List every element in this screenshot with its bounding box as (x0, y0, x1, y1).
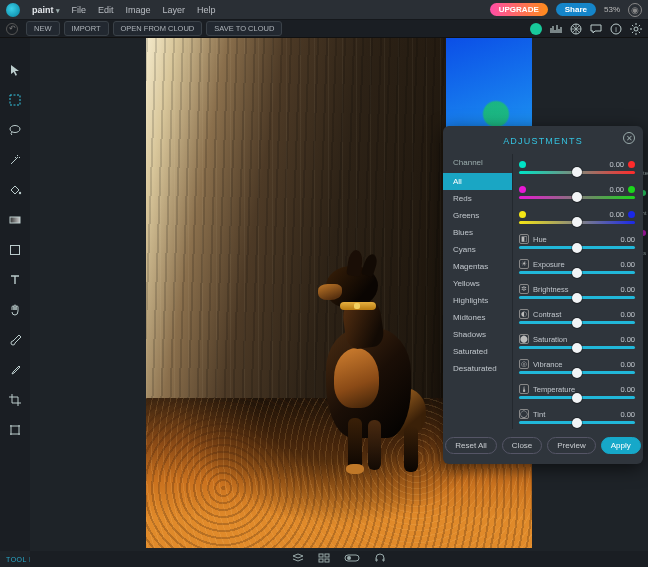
brush-tool-icon[interactable] (7, 332, 23, 348)
menu-file[interactable]: File (72, 5, 87, 15)
bottom-bar (30, 551, 648, 567)
slider-thumb[interactable] (572, 393, 582, 403)
svg-rect-4 (10, 95, 20, 105)
slider-track[interactable] (519, 421, 635, 424)
close-button[interactable]: Close (502, 437, 542, 454)
frame-tool-icon[interactable] (7, 422, 23, 438)
slider-thumb[interactable] (572, 192, 582, 202)
saturation-icon: ⬤ (519, 334, 529, 344)
slider-label: Contrast (533, 310, 561, 319)
slider-thumb[interactable] (572, 343, 582, 353)
slider-label: Brightness (533, 285, 568, 294)
swatch-left-icon (519, 161, 526, 168)
svg-rect-9 (319, 554, 323, 557)
slider-thumb[interactable] (572, 318, 582, 328)
channel-item[interactable]: Saturated (443, 343, 512, 360)
slider-track[interactable] (519, 171, 635, 174)
slider-track[interactable] (519, 321, 635, 324)
info-icon[interactable]: i (610, 23, 622, 35)
crop-tool-icon[interactable] (7, 392, 23, 408)
slider-track[interactable] (519, 196, 635, 199)
temperature-icon: 🌡 (519, 384, 529, 394)
slider-thumb[interactable] (572, 418, 582, 428)
channel-item[interactable]: Blues (443, 224, 512, 241)
channel-list: Channel AllRedsGreensBluesCyansMagentasY… (443, 154, 513, 429)
menu-help[interactable]: Help (197, 5, 216, 15)
slider-track[interactable] (519, 296, 635, 299)
headphones-icon[interactable] (374, 553, 386, 565)
chat-icon[interactable] (590, 23, 602, 35)
equalizer-icon[interactable] (550, 23, 562, 35)
layers-icon[interactable] (292, 553, 304, 565)
apply-button[interactable]: Apply (601, 437, 641, 454)
text-tool-icon[interactable] (7, 272, 23, 288)
status-dot-icon[interactable] (530, 23, 542, 35)
channel-item[interactable]: Desaturated (443, 360, 512, 377)
globe-icon[interactable] (570, 23, 582, 35)
upgrade-button[interactable]: UPGRADE (490, 3, 548, 16)
save-to-cloud-button[interactable]: SAVE TO CLOUD (206, 21, 282, 36)
share-button[interactable]: Share (556, 3, 596, 16)
slider-track[interactable] (519, 221, 635, 224)
adjust-slider-row: ⬤Saturation0.00 (519, 329, 635, 354)
app-name[interactable]: paint▾ (32, 5, 60, 15)
slider-track[interactable] (519, 346, 635, 349)
slider-thumb[interactable] (572, 167, 582, 177)
adjust-slider-row: ◎Vibrance0.00 (519, 354, 635, 379)
app-logo-icon (6, 3, 20, 17)
slider-value: 0.00 (620, 285, 635, 294)
reset-all-button[interactable]: Reset All (445, 437, 497, 454)
left-toolbar (0, 38, 30, 551)
adjust-slider-row: ◧Hue0.00 (519, 229, 635, 254)
slider-track[interactable] (519, 271, 635, 274)
channel-item[interactable]: Cyans (443, 241, 512, 258)
zoom-percent[interactable]: 53% (604, 5, 620, 14)
slider-thumb[interactable] (572, 268, 582, 278)
gradient-tool-icon[interactable] (7, 212, 23, 228)
close-icon[interactable]: ✕ (623, 132, 635, 144)
color-slider-row: 0.00 (519, 204, 635, 229)
slider-thumb[interactable] (572, 293, 582, 303)
gear-icon[interactable] (630, 23, 642, 35)
menu-edit[interactable]: Edit (98, 5, 114, 15)
channel-item[interactable]: Shadows (443, 326, 512, 343)
slider-label: Hue (533, 235, 547, 244)
slider-label: Saturation (533, 335, 567, 344)
slider-track[interactable] (519, 371, 635, 374)
hand-tool-icon[interactable] (7, 302, 23, 318)
adjust-slider-row: ◯Tint0.00 (519, 404, 635, 429)
lasso-tool-icon[interactable] (7, 122, 23, 138)
new-button[interactable]: NEW (26, 21, 60, 36)
menu-layer[interactable]: Layer (163, 5, 186, 15)
preview-button[interactable]: Preview (547, 437, 595, 454)
import-button[interactable]: IMPORT (64, 21, 109, 36)
channel-item[interactable]: Reds (443, 190, 512, 207)
channel-item[interactable]: Midtones (443, 309, 512, 326)
channel-item[interactable]: All (443, 173, 512, 190)
slider-value: 0.00 (609, 210, 624, 219)
eyedropper-tool-icon[interactable] (7, 362, 23, 378)
account-icon[interactable]: ◉ (628, 3, 642, 17)
menu-image[interactable]: Image (126, 5, 151, 15)
shape-tool-icon[interactable] (7, 242, 23, 258)
open-from-cloud-button[interactable]: OPEN FROM CLOUD (113, 21, 203, 36)
channel-item[interactable]: Yellows (443, 275, 512, 292)
wand-tool-icon[interactable] (7, 152, 23, 168)
swatch-right-icon (628, 186, 635, 193)
fill-tool-icon[interactable] (7, 182, 23, 198)
toggle-icon[interactable] (344, 553, 360, 565)
channel-item[interactable]: Magentas (443, 258, 512, 275)
channel-item[interactable]: Highlights (443, 292, 512, 309)
color-slider-row: 0.00 (519, 179, 635, 204)
channel-item[interactable]: Greens (443, 207, 512, 224)
marquee-tool-icon[interactable] (7, 92, 23, 108)
slider-track[interactable] (519, 246, 635, 249)
undo-icon[interactable]: ↶ (6, 23, 18, 35)
slider-track[interactable] (519, 396, 635, 399)
vibrance-icon: ◎ (519, 359, 529, 369)
slider-thumb[interactable] (572, 243, 582, 253)
slider-thumb[interactable] (572, 368, 582, 378)
grid-icon[interactable] (318, 553, 330, 565)
slider-thumb[interactable] (572, 217, 582, 227)
pointer-tool-icon[interactable] (7, 62, 23, 78)
